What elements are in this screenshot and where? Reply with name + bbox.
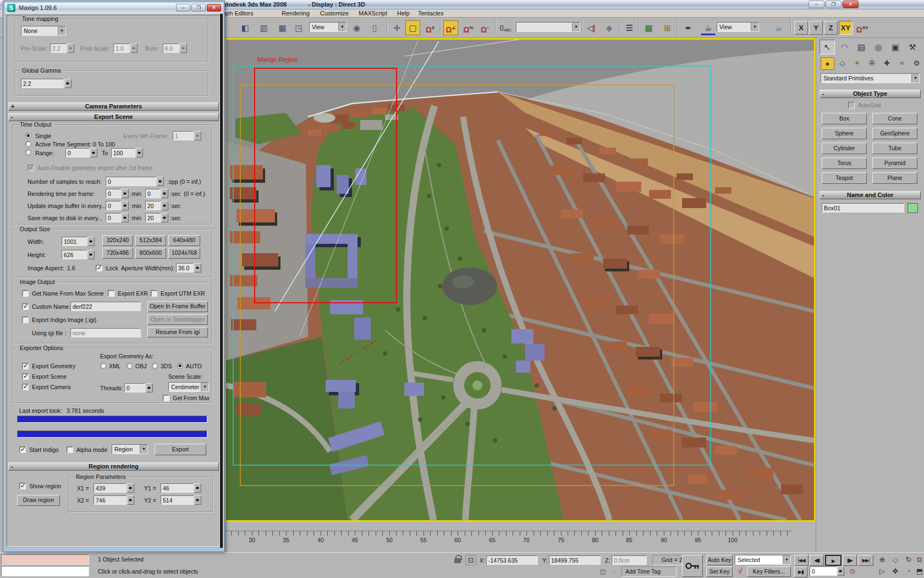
dialog-maximize-button[interactable]: ❐: [191, 4, 206, 12]
aperture-spinner[interactable]: [194, 263, 201, 272]
create-spacewarps-icon[interactable]: ≈: [895, 57, 909, 70]
active-segment-radio[interactable]: [25, 141, 31, 147]
primitive-plane-button[interactable]: Plane: [872, 172, 917, 184]
dialog-minimize-button[interactable]: –: [176, 4, 190, 12]
burn-spinner[interactable]: [180, 43, 187, 53]
next-frame-icon[interactable]: ▮▶: [843, 555, 857, 566]
global-gamma-spinner[interactable]: [64, 79, 72, 88]
light-toggle-icon[interactable]: ☼: [608, 566, 619, 577]
axis-z-button[interactable]: Z: [824, 21, 838, 35]
close-button[interactable]: ✕: [843, 1, 859, 8]
range-from-field[interactable]: [65, 148, 90, 157]
range-to-spinner[interactable]: [136, 148, 143, 157]
format-3ds-radio[interactable]: [152, 363, 158, 369]
show-region-checkbox[interactable]: [19, 483, 26, 489]
pre-scale-spinner[interactable]: [67, 43, 74, 53]
render-min-field[interactable]: [106, 189, 121, 198]
export-button[interactable]: Export: [155, 444, 206, 455]
current-frame-field[interactable]: [810, 566, 837, 576]
zoom-extents-icon[interactable]: ◇: [890, 555, 901, 565]
set-keys-button[interactable]: [682, 555, 703, 577]
add-time-tag[interactable]: Add Time Tag: [622, 566, 676, 577]
selection-set-dropdown[interactable]: Selected▼: [735, 555, 791, 565]
update-sec-spinner[interactable]: [161, 201, 168, 210]
start-indigo-checkbox[interactable]: [19, 446, 26, 453]
post-scale-field[interactable]: [113, 43, 130, 53]
schematic-view-icon[interactable]: ⊞: [660, 20, 675, 35]
height-spinner[interactable]: [87, 250, 95, 259]
get-from-max-checkbox[interactable]: [163, 395, 169, 401]
play-icon[interactable]: ▶: [825, 555, 842, 566]
chevron-down-icon[interactable]: ▼: [201, 383, 208, 391]
viewport[interactable]: Maxigo Region: [224, 38, 816, 522]
create-helpers-icon[interactable]: ✚: [880, 57, 894, 70]
export-camera-checkbox[interactable]: [22, 384, 29, 390]
x-coordinate-field[interactable]: [486, 555, 538, 565]
format-auto-radio[interactable]: [177, 363, 183, 369]
undo-icon[interactable]: ◧: [238, 20, 252, 35]
range-from-spinner[interactable]: [90, 148, 97, 157]
preset-720x486-button[interactable]: 720x486: [102, 248, 133, 259]
menu-maxscript[interactable]: MAXScript: [359, 10, 387, 17]
samples-field[interactable]: [106, 177, 156, 186]
chevron-down-icon[interactable]: ▼: [751, 23, 758, 31]
angle-snap-icon[interactable]: Ω∠: [443, 20, 458, 35]
lock-aspect-checkbox[interactable]: [96, 265, 102, 271]
chevron-down-icon[interactable]: ▼: [783, 555, 790, 564]
maximize-button[interactable]: ❐: [826, 1, 842, 8]
dialog-close-button[interactable]: ✕: [207, 4, 221, 12]
x1-field[interactable]: [94, 483, 127, 493]
maxigo-titlebar[interactable]: S Maxigo 1.09.6 – ❐ ✕: [5, 3, 223, 14]
primitive-box-button[interactable]: Box: [822, 113, 867, 124]
y-coordinate-field[interactable]: [549, 555, 601, 565]
align-icon[interactable]: ◆: [602, 20, 617, 35]
save-min-field[interactable]: [106, 213, 121, 222]
menu-customize[interactable]: Customize: [320, 10, 349, 17]
snap-toggle-3d-icon[interactable]: Ω3: [422, 20, 437, 35]
maxscript-mini-listener-white[interactable]: [1, 566, 89, 576]
every-nth-field[interactable]: [173, 131, 194, 140]
select-object-icon[interactable]: ◉: [349, 20, 364, 35]
previous-frame-icon[interactable]: ◀▮: [810, 555, 824, 566]
menu-tentacles[interactable]: Tentacles: [418, 10, 443, 17]
threads-field[interactable]: [124, 383, 145, 392]
tone-mapping-dropdown[interactable]: None▼: [21, 26, 66, 36]
y1-spinner[interactable]: [194, 483, 201, 493]
axis-xy-button[interactable]: XY: [839, 21, 853, 35]
preset-640x480-button[interactable]: 640x480: [168, 235, 200, 246]
create-cameras-icon[interactable]: ✇: [865, 57, 879, 70]
absolute-offset-toggle-icon[interactable]: ⊡: [465, 555, 476, 565]
render-scene-icon[interactable]: ☕: [701, 20, 716, 35]
curve-editor-icon[interactable]: ▦: [641, 20, 656, 35]
y2-spinner[interactable]: [194, 495, 201, 505]
unlink-icon[interactable]: ◳: [292, 20, 306, 35]
export-utm-exr-checkbox[interactable]: [151, 290, 157, 297]
render-min-spinner[interactable]: [122, 189, 129, 198]
preset-320x240-button[interactable]: 320x240: [102, 235, 133, 246]
layer-manager-icon[interactable]: ☰: [622, 20, 637, 35]
scene-scale-dropdown[interactable]: Centimeters▼: [168, 382, 209, 392]
range-to-field[interactable]: [111, 148, 135, 157]
render-sec-spinner[interactable]: [161, 189, 168, 198]
go-to-end-icon[interactable]: ▶▶|: [858, 555, 873, 566]
range-radio[interactable]: [25, 149, 31, 155]
time-configuration-icon[interactable]: ⊙: [847, 566, 858, 577]
primitive-cone-button[interactable]: Cone: [872, 113, 917, 124]
save-sec-field[interactable]: [145, 213, 161, 222]
save-sec-spinner[interactable]: [161, 213, 168, 222]
z-coordinate-field[interactable]: [612, 555, 647, 565]
min-max-toggle-icon[interactable]: ⬒: [914, 566, 924, 577]
chevron-down-icon[interactable]: ▼: [911, 74, 919, 83]
primitive-tube-button[interactable]: Tube: [872, 143, 917, 154]
save-min-spinner[interactable]: [122, 213, 129, 222]
render-preset-dropdown[interactable]: View▼: [717, 22, 759, 32]
spinner-snap-icon[interactable]: Ω↕: [477, 20, 492, 35]
update-min-field[interactable]: [106, 201, 121, 210]
edit-named-selections-icon[interactable]: {}ABC: [498, 20, 513, 35]
zoom-extents-all-icon[interactable]: ⧉: [914, 555, 924, 565]
end-frame-icon[interactable]: ▶▮: [794, 566, 807, 577]
material-editor-icon[interactable]: ●●: [680, 20, 695, 35]
zoom-all-icon[interactable]: ↻: [903, 555, 914, 565]
export-geometry-checkbox[interactable]: [22, 363, 29, 369]
maxscript-mini-listener-pink[interactable]: [1, 554, 89, 565]
